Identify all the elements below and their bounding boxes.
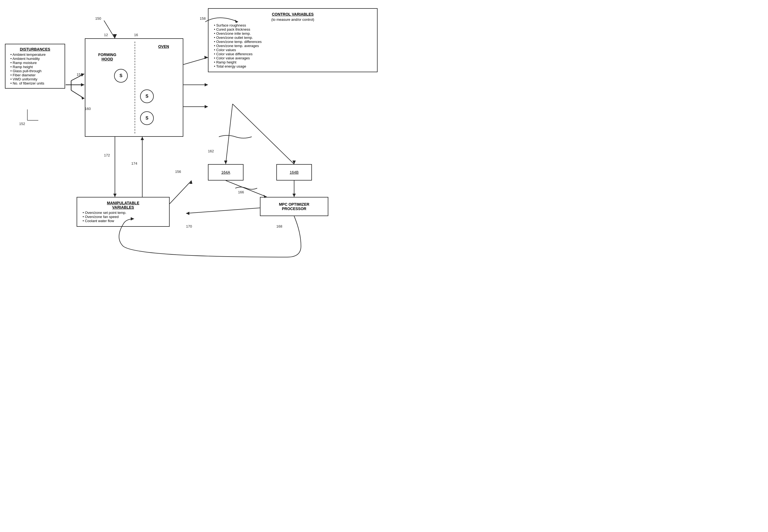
svg-line-18 [233,104,294,164]
box-164b: 164B [276,164,312,181]
svg-line-24 [186,208,260,213]
cv-item: Oven/zone outlet temp. [214,36,374,40]
svg-marker-8 [81,96,84,100]
label-150: 150 [95,16,101,21]
manip-item: Oven/zone fan speed [83,215,166,219]
cv-item: Oven/zone inlte temp. [214,31,374,36]
svg-marker-1 [113,34,117,38]
svg-marker-12 [205,83,208,86]
label-154: 154 [77,72,83,77]
control-variables-title: CONTROL VARIABLES [212,12,374,16]
control-variables-subtitle: (to measure and/or control) [212,18,374,22]
manip-item: Coolant water flow [83,219,166,223]
svg-marker-30 [141,137,144,140]
svg-marker-19 [292,161,296,164]
label-156: 156 [175,170,181,174]
disturbance-item: No. of fiberizer units [10,81,62,85]
label-172: 172 [104,153,110,157]
label-168: 168 [276,224,282,228]
disturbance-item: Ramp height [10,65,62,69]
cv-item: Cured pack thickness [214,27,374,31]
label-174: 174 [131,161,137,165]
sensor-s2: S [140,89,154,103]
disturbance-item: Ramp moisture [10,61,62,65]
label-152: 152 [19,122,25,126]
control-variables-box: CONTROL VARIABLES (to measure and/or con… [208,8,378,72]
svg-marker-10 [204,56,208,59]
cv-item: Ramp height [214,60,374,64]
oven-label: OVEN [153,44,175,49]
cv-item: Total energy usage [214,64,374,68]
disturbances-list: Ambient temperature Ambient humidity Ram… [8,53,62,85]
svg-marker-23 [292,194,296,197]
control-variables-list: Surface roughness Cured pack thickness O… [212,23,374,68]
svg-line-20 [226,181,267,197]
svg-marker-17 [224,161,227,164]
svg-marker-14 [205,105,208,108]
svg-line-31 [170,181,192,204]
manipulatable-box: MANIPULATABLE VARIABLES Oven/zone set po… [77,197,170,227]
cv-item: Oven/zone temp. averages [214,44,374,48]
mpc-label: MPC OPTIMIZERPROCESSOR [279,202,309,211]
cv-item: Color value differences [214,52,374,56]
svg-marker-3 [81,83,84,86]
disturbances-title: DISTURBANCES [8,47,62,51]
mpc-box: MPC OPTIMIZERPROCESSOR [260,197,328,216]
cv-item: Oven/zone temp. differences [214,40,374,44]
cv-item: Color value averages [214,56,374,60]
svg-line-9 [183,57,208,65]
disturbances-box: DISTURBANCES Ambient temperature Ambient… [5,44,65,89]
manipulatable-list: Oven/zone set point temp. Oven/zone fan … [80,211,166,223]
label-160: 160 [85,107,91,111]
label-12: 12 [104,33,108,37]
disturbance-item: Fiber diameter [10,73,62,77]
diagram: DISTURBANCES Ambient temperature Ambient… [0,0,384,266]
disturbance-item: Ambient temperature [10,53,62,57]
label-164b: 164B [290,170,299,175]
manipulatable-title: MANIPULATABLE VARIABLES [80,201,166,210]
svg-marker-32 [189,181,192,184]
cv-item: Color values [214,48,374,52]
cv-item: Surface roughness [214,23,374,27]
disturbance-item: Glass pull-through [10,69,62,73]
svg-marker-25 [186,212,189,215]
label-170: 170 [186,224,192,228]
label-162: 162 [208,149,214,153]
disturbance-item: Ambient humidity [10,57,62,61]
disturbance-item: VWD uniformity [10,77,62,81]
svg-line-16 [226,104,233,164]
label-166: 166 [238,190,244,194]
label-158: 158 [200,16,206,21]
manip-item: Oven/zone set point temp. [83,211,166,215]
svg-line-7 [71,90,84,98]
svg-marker-28 [113,194,117,197]
label-16: 16 [134,33,138,37]
sensor-s1: S [114,69,128,83]
forming-hood-label: FORMINGHOOD [91,53,124,61]
sensor-s3: S [140,111,154,125]
label-164a: 164A [221,170,230,175]
box-164a: 164A [208,164,244,181]
forming-oven-box: FORMINGHOOD OVEN S S S [85,38,183,137]
divider-line [135,42,135,133]
